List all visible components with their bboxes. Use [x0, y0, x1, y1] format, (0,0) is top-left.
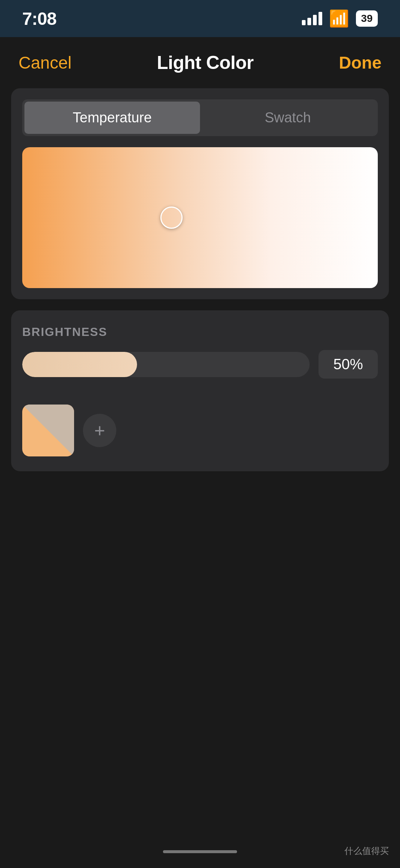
tab-swatch[interactable]: Swatch: [200, 102, 376, 134]
swatch-color-main: [22, 405, 74, 456]
swatch-section: +: [11, 405, 389, 471]
brightness-value: 50%: [319, 350, 378, 379]
brightness-section: BRIGHTNESS 50%: [11, 310, 389, 405]
brightness-slider[interactable]: [22, 352, 310, 377]
swatch-item[interactable]: [22, 405, 74, 456]
page-title: Light Color: [157, 52, 254, 73]
bottom-area: [163, 850, 237, 853]
done-button[interactable]: Done: [339, 53, 381, 73]
home-indicator: [163, 850, 237, 853]
cancel-button[interactable]: Cancel: [19, 53, 71, 73]
status-bar: 7:08 📶 39: [0, 0, 400, 37]
tab-temperature[interactable]: Temperature: [24, 102, 200, 134]
brightness-card: BRIGHTNESS 50% +: [11, 310, 389, 471]
segment-control[interactable]: Temperature Swatch: [22, 99, 378, 136]
brightness-row: 50%: [22, 350, 378, 379]
signal-icon: [302, 12, 322, 25]
color-gradient-background: [22, 147, 378, 288]
color-cursor[interactable]: [160, 207, 183, 229]
signal-bar-4: [319, 12, 322, 25]
color-picker-card: Temperature Swatch: [11, 88, 389, 299]
main-content: Cancel Light Color Done Temperature Swat…: [0, 37, 400, 471]
color-gradient-picker[interactable]: [22, 147, 378, 288]
swatch-diagonal: [22, 405, 74, 456]
brightness-label: BRIGHTNESS: [22, 325, 378, 339]
status-icons: 📶 39: [302, 9, 378, 28]
signal-bar-3: [313, 15, 317, 25]
battery-level: 39: [356, 10, 378, 27]
brightness-fill: [22, 352, 137, 377]
status-time: 7:08: [22, 9, 56, 29]
nav-header: Cancel Light Color Done: [11, 37, 389, 88]
add-swatch-button[interactable]: +: [83, 414, 116, 447]
signal-bar-2: [307, 18, 311, 25]
wifi-icon: 📶: [329, 9, 349, 28]
signal-bar-1: [302, 20, 306, 25]
plus-icon: +: [94, 421, 105, 440]
battery-container: 39: [356, 10, 378, 27]
watermark: 什么值得买: [344, 845, 389, 857]
